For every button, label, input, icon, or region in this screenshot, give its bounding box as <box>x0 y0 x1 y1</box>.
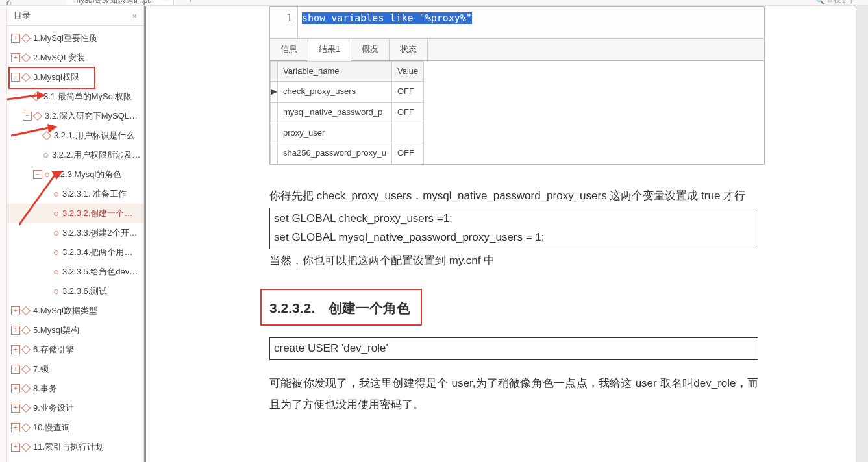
bullet-icon <box>54 212 58 216</box>
expand-icon[interactable] <box>11 306 20 315</box>
expand-icon[interactable] <box>11 326 20 335</box>
document-tab[interactable]: mysql高级知识笔记.pdf × <box>66 0 174 5</box>
paragraph: 可能被你发现了，我这里创建得是个 user,为了稍微像角色一点点，我给这 use… <box>269 373 758 415</box>
code-line: set GLOBAL check_proxy_users =1; <box>274 210 754 228</box>
section-heading: 3.2.3.2. 创建一个角色 <box>269 295 410 321</box>
collapse-icon[interactable] <box>23 112 32 121</box>
tree-item-3-2-3-2-active[interactable]: 3.2.3.2.创建一个角色 <box>7 204 143 223</box>
outline-tree: 1.MySql重要性质 2.MySQL安装 3.Mysql权限 3.1.最简单的… <box>7 26 143 462</box>
collapse-icon[interactable] <box>11 73 20 82</box>
section-icon <box>21 53 31 62</box>
tree-item-3[interactable]: 3.Mysql权限 <box>7 67 143 87</box>
table-row[interactable]: mysql_native_password_p OFF <box>271 103 424 123</box>
expand-icon[interactable] <box>11 345 20 354</box>
tree-item-12[interactable]: 12.SQL优化 <box>7 457 143 462</box>
tree-item-4[interactable]: 4.MySql数据类型 <box>7 301 143 321</box>
section-icon <box>42 131 51 140</box>
tab-info[interactable]: 信息 <box>270 39 308 60</box>
left-gutter <box>0 6 7 462</box>
expand-icon[interactable] <box>11 404 20 413</box>
window-topbar: ⎙ mysql高级知识笔记.pdf × + 🔍 查找文字 <box>0 0 868 6</box>
section-icon <box>21 326 31 335</box>
tree-item-3-2-1[interactable]: 3.2.1.用户标识是什么 <box>7 126 143 145</box>
expand-icon[interactable] <box>11 443 20 452</box>
sidebar-close-icon[interactable]: × <box>132 11 137 21</box>
tree-item-9[interactable]: 9.业务设计 <box>7 398 143 418</box>
paragraph: 你得先把 check_proxy_users，mysql_native_pass… <box>269 186 758 206</box>
bullet-icon <box>45 173 49 177</box>
expand-icon[interactable] <box>11 423 20 432</box>
tree-item-3-1[interactable]: 3.1.最简单的MySql权限 <box>7 87 143 106</box>
collapse-icon[interactable] <box>33 170 42 179</box>
sidebar-title: 目录 <box>14 10 31 21</box>
section-icon <box>21 423 31 432</box>
tree-item-5[interactable]: 5.Mysql架构 <box>7 321 143 340</box>
expand-icon[interactable] <box>11 365 20 374</box>
expand-icon[interactable] <box>11 34 20 43</box>
tab-result1[interactable]: 结果1 <box>308 39 351 61</box>
section-icon <box>21 34 31 43</box>
tree-item-2[interactable]: 2.MySQL安装 <box>7 48 143 67</box>
tree-item-3-2-2[interactable]: 3.2.2.用户权限所涉及的表 <box>7 145 143 165</box>
save-icon[interactable]: ⎙ <box>6 0 17 5</box>
sql-query-text: show variables like "%proxy%" <box>298 7 764 38</box>
tree-item-10[interactable]: 10.慢查询 <box>7 418 143 437</box>
tree-item-3-2-3-3[interactable]: 3.2.3.3.创建2个开发人 <box>7 223 143 243</box>
print-icon[interactable] <box>23 0 34 5</box>
document-viewer[interactable]: 1 show variables like "%proxy%" 信息 结果1 概… <box>144 6 868 462</box>
code-block: set GLOBAL check_proxy_users =1; set GLO… <box>269 208 758 249</box>
section-icon <box>21 345 31 354</box>
section-icon <box>21 404 31 413</box>
table-row[interactable]: ▶ check_proxy_users OFF <box>271 82 424 103</box>
bullet-icon <box>54 192 58 197</box>
bullet-icon <box>54 231 58 236</box>
code-line: set GLOBAL mysql_native_password_proxy_u… <box>274 228 754 247</box>
table-header-row: Variable_name Value <box>271 61 424 82</box>
bullet-icon <box>54 289 58 294</box>
tree-item-3-2-3-1[interactable]: 3.2.3.1. 准备工作 <box>7 184 143 204</box>
app-root: ⎙ mysql高级知识笔记.pdf × + 🔍 查找文字 目录 × <box>0 0 868 462</box>
col-value: Value <box>392 61 424 82</box>
code-line: create USER 'dev_role' <box>274 342 388 354</box>
sql-editor-row: 1 show variables like "%proxy%" <box>270 7 764 39</box>
tree-item-3-2-3[interactable]: 3.2.3.Mysql的角色 <box>7 165 143 184</box>
section-icon <box>21 443 31 452</box>
tree-item-11[interactable]: 11.索引与执行计划 <box>7 437 143 457</box>
result-table: Variable_name Value ▶ check_proxy_users … <box>270 61 424 164</box>
tree-item-3-2-3-5[interactable]: 3.2.3.5.给角色dev_role <box>7 262 143 282</box>
expand-icon[interactable] <box>11 53 20 62</box>
search-icon: 🔍 <box>815 0 825 4</box>
body: 目录 × 1.MySql重要性质 2.MySQL安装 3.Mysql权限 <box>0 6 868 462</box>
outline-sidebar: 目录 × 1.MySql重要性质 2.MySQL安装 3.Mysql权限 <box>7 6 144 462</box>
table-row[interactable]: proxy_user <box>271 123 424 143</box>
section-icon <box>21 384 31 393</box>
close-icon[interactable]: × <box>164 0 168 1</box>
sql-result-panel: 1 show variables like "%proxy%" 信息 结果1 概… <box>269 6 765 165</box>
line-number: 1 <box>270 7 298 38</box>
tab-profile[interactable]: 概况 <box>351 39 390 60</box>
search-hint[interactable]: 🔍 查找文字 <box>815 0 868 5</box>
expand-icon[interactable] <box>11 384 20 393</box>
bullet-icon <box>54 270 58 274</box>
tree-item-6[interactable]: 6.存储引擎 <box>7 340 143 359</box>
code-block: create USER 'dev_role' <box>269 337 758 360</box>
table-row[interactable]: sha256_password_proxy_u OFF <box>271 143 424 164</box>
tree-item-3-2-3-6[interactable]: 3.2.3.6.测试 <box>7 282 143 301</box>
page-content: 1 show variables like "%proxy%" 信息 结果1 概… <box>146 6 856 415</box>
document-tab-title: mysql高级知识笔记.pdf <box>74 0 154 5</box>
tree-item-3-2-3-4[interactable]: 3.2.3.4.把两个用户加到 <box>7 243 143 262</box>
section-icon <box>33 112 42 121</box>
section-icon <box>21 365 31 374</box>
tree-item-8[interactable]: 8.事务 <box>7 379 143 398</box>
sidebar-header: 目录 × <box>7 6 143 26</box>
tab-status[interactable]: 状态 <box>390 39 428 60</box>
section-icon <box>21 73 31 82</box>
document-page: 1 show variables like "%proxy%" 信息 结果1 概… <box>145 6 856 462</box>
tree-item-3-2[interactable]: 3.2.深入研究下MySQL权限 <box>7 106 143 126</box>
new-tab-button[interactable]: + <box>187 0 193 5</box>
section-icon <box>32 92 41 101</box>
bullet-icon <box>43 153 48 158</box>
col-variable-name: Variable_name <box>278 61 392 82</box>
tree-item-7[interactable]: 7.锁 <box>7 359 143 379</box>
tree-item-1[interactable]: 1.MySql重要性质 <box>7 29 143 48</box>
